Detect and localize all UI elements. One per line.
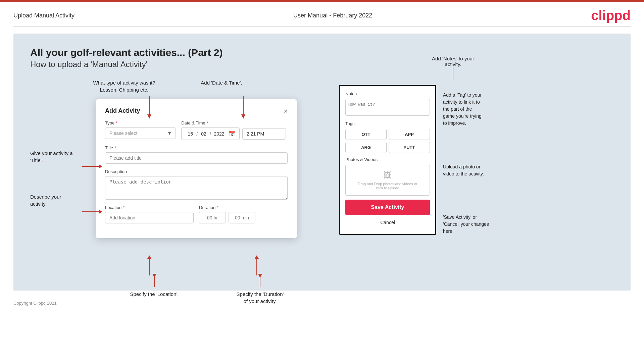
tags-section: Tags OTT APP ARG PUTT [345,121,430,153]
main-content-area: All your golf-relevant activities... (Pa… [13,34,631,291]
phone-notes-label: Notes [345,91,430,96]
tag-ott[interactable]: OTT [345,129,387,140]
type-select-wrapper: Please select ▼ [105,127,176,139]
duration-inputs [199,212,288,223]
title-input[interactable] [105,152,288,164]
header-divider [13,27,631,27]
tag-app[interactable]: APP [389,129,430,140]
datetime-label: Date & Time * [181,120,288,125]
datetime-annotation: Add 'Date & Time'. [191,79,252,86]
date-day-input[interactable] [186,131,195,137]
type-annotation: What type of activity was it? Lesson, Ch… [91,79,158,93]
duration-group: Duration * [199,205,288,223]
page-title-left: Upload Manual Activity [13,12,75,19]
tags-grid: OTT APP ARG PUTT [345,129,430,153]
photos-label: Photos & Videos [345,157,430,162]
tag-annotation: Add a 'Tag' to your activity to link it … [443,92,489,127]
duration-min-input[interactable] [229,212,255,223]
type-select[interactable]: Please select [105,127,176,139]
svg-marker-3 [258,274,262,278]
save-activity-button[interactable]: Save Activity [345,200,430,215]
type-label: Type * [105,120,176,125]
upload-text: Drag and Drop photos and videos or click… [348,182,427,190]
date-month-input[interactable] [199,131,208,137]
time-input[interactable] [242,128,286,140]
duration-hr-input[interactable] [199,212,226,223]
right-annotations: Add a 'Tag' to your activity to link it … [436,85,489,235]
upload-icon: 🖼 [348,170,427,180]
title-annotation: Give your activity a 'Title'. [30,150,84,164]
svg-marker-1 [152,274,156,278]
loc-arrow-up-svg [144,255,154,275]
dur-arrow-up-svg [252,255,262,275]
title-label: Title * [105,145,288,150]
location-label: Location * [105,205,194,210]
tag-putt[interactable]: PUTT [389,142,430,153]
description-label: Description [105,169,288,174]
tag-arg[interactable]: ARG [345,142,387,153]
description-group: Description [105,169,288,200]
date-input[interactable]: / / 📅 [181,127,240,140]
page-footer: Copyright Clippd 2021 [0,297,644,309]
location-group: Location * [105,205,194,223]
description-annotation: Describe your activity. [30,193,82,207]
type-group: Type * Please select ▼ [105,120,176,140]
upload-area[interactable]: 🖼 Drag and Drop photos and videos or cli… [345,165,430,196]
photos-section: Photos & Videos 🖼 Drag and Drop photos a… [345,157,430,196]
description-input[interactable] [105,176,288,200]
duration-label: Duration * [199,205,288,210]
location-input[interactable] [105,212,194,223]
page-header: Upload Manual Activity User Manual - Feb… [0,2,644,27]
location-arrow-svg [151,274,158,291]
close-button[interactable]: × [284,108,288,114]
phone-and-tags-area: Notes Tags OTT APP ARG PUTT [339,85,540,235]
phone-notes-input[interactable] [345,99,430,116]
dialog-title: Add Activity [105,107,140,114]
tags-label: Tags [345,121,430,126]
location-annotation: Specify the 'Location'. [121,274,188,298]
location-duration-row: Location * Duration * [105,205,288,223]
logo: clippd [591,8,631,23]
page-title-center: User Manual - February 2022 [293,12,372,19]
calendar-icon: 📅 [229,131,235,137]
title-group: Title * [105,145,288,164]
copyright-text: Copyright Clippd 2021 [13,301,57,306]
svg-marker-15 [147,255,151,259]
svg-marker-17 [255,255,259,259]
notes-annotation: Add 'Notes' to your activity. [366,56,540,82]
datetime-group: Date & Time * / / 📅 [181,120,288,140]
type-date-row: Type * Please select ▼ Date & Time * [105,120,288,140]
phone-frame: Notes Tags OTT APP ARG PUTT [339,85,436,235]
duration-arrow-svg [257,274,263,291]
dialog-header: Add Activity × [105,107,288,114]
right-panel: Add 'Notes' to your activity. Notes [339,56,540,235]
upload-annotation: Upload a photo or video to the activity. [443,163,489,177]
phone-inner: Notes Tags OTT APP ARG PUTT [340,86,435,234]
add-activity-dialog: Add Activity × Type * Please select ▼ [96,99,297,238]
cancel-button[interactable]: Cancel [345,216,430,228]
duration-annotation: Specify the 'Duration' of your activity. [221,274,299,305]
svg-marker-5 [453,79,453,81]
date-year-input[interactable] [212,131,226,137]
save-annotation: 'Save Activity' or 'Cancel' your changes… [443,214,489,235]
notes-arrow-svg [453,67,453,81]
